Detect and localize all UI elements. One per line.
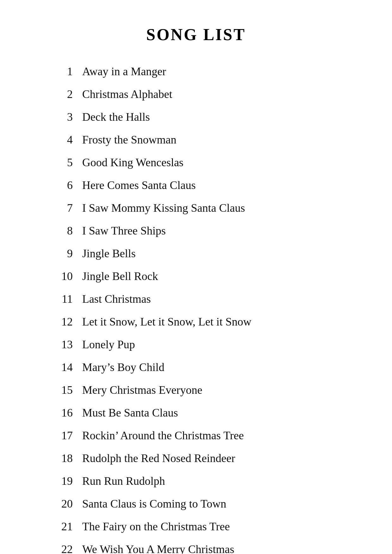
song-title: Last Christmas — [82, 290, 151, 307]
song-title: Frosty the Snowman — [82, 131, 176, 148]
list-item: 4Frosty the Snowman — [51, 131, 360, 148]
song-title: Christmas Alphabet — [82, 86, 172, 103]
list-item: 2Christmas Alphabet — [51, 86, 360, 103]
song-number: 11 — [51, 290, 73, 307]
song-number: 7 — [51, 199, 73, 216]
song-list: 1Away in a Manger2Christmas Alphabet3Dec… — [51, 63, 360, 554]
song-number: 13 — [51, 336, 73, 353]
song-title: Away in a Manger — [82, 63, 166, 80]
list-item: 10Jingle Bell Rock — [51, 268, 360, 285]
song-title: Rudolph the Red Nosed Reindeer — [82, 450, 235, 467]
song-number: 5 — [51, 154, 73, 171]
song-number: 16 — [51, 404, 73, 421]
page-title: SONG LIST — [32, 25, 360, 44]
list-item: 17Rockin’ Around the Christmas Tree — [51, 427, 360, 444]
song-title: I Saw Mommy Kissing Santa Claus — [82, 199, 245, 216]
song-title: Good King Wenceslas — [82, 154, 183, 171]
song-number: 9 — [51, 245, 73, 262]
list-item: 13Lonely Pup — [51, 336, 360, 353]
list-item: 18Rudolph the Red Nosed Reindeer — [51, 450, 360, 467]
list-item: 11Last Christmas — [51, 290, 360, 307]
list-item: 5Good King Wenceslas — [51, 154, 360, 171]
song-number: 3 — [51, 108, 73, 125]
song-title: We Wish You A Merry Christmas — [82, 541, 234, 554]
list-item: 16Must Be Santa Claus — [51, 404, 360, 421]
song-number: 12 — [51, 313, 73, 330]
song-number: 8 — [51, 222, 73, 239]
song-number: 6 — [51, 177, 73, 194]
list-item: 9 Jingle Bells — [51, 245, 360, 262]
song-number: 18 — [51, 450, 73, 467]
list-item: 3Deck the Halls — [51, 108, 360, 125]
song-number: 17 — [51, 427, 73, 444]
song-number: 20 — [51, 495, 73, 512]
list-item: 22We Wish You A Merry Christmas — [51, 541, 360, 554]
list-item: 14Mary’s Boy Child — [51, 359, 360, 376]
song-title: Let it Snow, Let it Snow, Let it Snow — [82, 313, 251, 330]
song-number: 4 — [51, 131, 73, 148]
song-title: Must Be Santa Claus — [82, 404, 178, 421]
list-item: 1Away in a Manger — [51, 63, 360, 80]
song-number: 21 — [51, 518, 73, 535]
song-title: Jingle Bells — [82, 245, 136, 262]
list-item: 20 Santa Claus is Coming to Town — [51, 495, 360, 512]
list-item: 8I Saw Three Ships — [51, 222, 360, 239]
song-title: Mery Christmas Everyone — [82, 381, 202, 399]
song-number: 2 — [51, 86, 73, 103]
song-title: I Saw Three Ships — [82, 222, 166, 239]
list-item: 19Run Run Rudolph — [51, 472, 360, 490]
song-title: Deck the Halls — [82, 108, 150, 125]
song-number: 14 — [51, 359, 73, 376]
list-item: 21The Fairy on the Christmas Tree — [51, 518, 360, 535]
song-number: 1 — [51, 63, 73, 80]
song-title: Lonely Pup — [82, 336, 135, 353]
song-number: 10 — [51, 268, 73, 285]
list-item: 15Mery Christmas Everyone — [51, 381, 360, 399]
song-title: Jingle Bell Rock — [82, 268, 158, 285]
list-item: 12Let it Snow, Let it Snow, Let it Snow — [51, 313, 360, 330]
song-title: Santa Claus is Coming to Town — [82, 495, 226, 512]
song-title: Here Comes Santa Claus — [82, 177, 196, 194]
song-number: 19 — [51, 472, 73, 490]
song-title: Mary’s Boy Child — [82, 359, 164, 376]
song-number: 22 — [51, 541, 73, 554]
list-item: 7I Saw Mommy Kissing Santa Claus — [51, 199, 360, 216]
song-title: The Fairy on the Christmas Tree — [82, 518, 230, 535]
song-title: Rockin’ Around the Christmas Tree — [82, 427, 244, 444]
song-title: Run Run Rudolph — [82, 472, 165, 490]
song-number: 15 — [51, 381, 73, 399]
list-item: 6Here Comes Santa Claus — [51, 177, 360, 194]
